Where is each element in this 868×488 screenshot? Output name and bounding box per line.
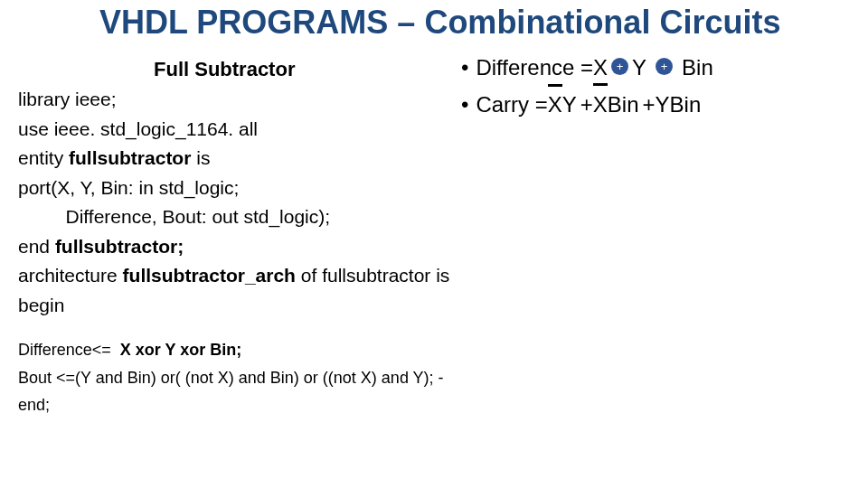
kw: entity: [18, 147, 69, 168]
diff-x: X: [593, 51, 608, 84]
kw: architecture: [18, 265, 123, 286]
code-line: end fullsubtractor;: [18, 232, 488, 262]
code-line: port(X, Y, Bin: in std_logic;: [18, 174, 488, 203]
diff-label: Difference =: [476, 51, 593, 84]
term-xy: X Y: [548, 88, 577, 121]
arch-name: fullsubtractor_arch: [123, 265, 296, 286]
expr: X xor Y xor Bin;: [120, 341, 241, 359]
diff-bin: Bin: [682, 51, 713, 84]
xor-icon: +: [656, 58, 673, 75]
y: Y: [562, 92, 577, 117]
vhdl-code: library ieee; use ieee. std_logic_1164. …: [18, 85, 488, 320]
xor-icon: +: [611, 58, 628, 75]
kw: end: [18, 236, 55, 257]
code-line: end;: [18, 391, 597, 419]
y: Y: [656, 88, 670, 121]
x: X: [593, 92, 608, 117]
term-xbin: X Bin: [593, 88, 639, 121]
overbar-icon: [593, 83, 608, 86]
bin: Bin: [608, 92, 639, 117]
x-bar: X: [593, 88, 608, 121]
formula-block: • Difference = X + Y + Bin • Carry = X Y…: [461, 51, 850, 125]
slide: VHDL PROGRAMS – Combinational Circuits F…: [0, 0, 868, 488]
bullet-icon: •: [461, 51, 468, 84]
code-line: architecture fullsubtractor_arch of full…: [18, 261, 488, 291]
code-line: Difference, Bout: out std_logic);: [18, 202, 488, 232]
code-line: use ieee. std_logic_1164. all: [18, 115, 488, 145]
code-line: library ieee;: [18, 85, 488, 115]
x: X: [548, 92, 562, 117]
assign: Difference<=: [18, 341, 120, 359]
plus: +: [580, 88, 593, 121]
overbar-icon: [548, 84, 562, 87]
kw: of fullsubtractor is: [296, 265, 449, 286]
plus: +: [643, 88, 656, 121]
code-line: entity fullsubtractor is: [18, 144, 488, 174]
vhdl-body: Difference<= X xor Y xor Bin; Bout <=(Y …: [18, 336, 597, 419]
carry-formula: • Carry = X Y + X Bin + YBin: [461, 88, 850, 121]
diff-y: Y: [632, 51, 646, 84]
bin: Bin: [670, 88, 702, 121]
difference-formula: • Difference = X + Y + Bin: [461, 51, 850, 84]
code-line: Difference<= X xor Y xor Bin;: [18, 336, 597, 364]
kw: is: [191, 147, 210, 168]
slide-title: VHDL PROGRAMS – Combinational Circuits: [99, 4, 841, 42]
subtitle: Full Subtractor: [154, 58, 295, 81]
code-line: begin: [18, 291, 488, 321]
x-bar: X: [548, 88, 562, 121]
entity-name: fullsubtractor;: [55, 236, 184, 257]
code-line: Bout <=(Y and Bin) or( (not X) and Bin) …: [18, 364, 597, 392]
entity-name: fullsubtractor: [69, 147, 191, 168]
